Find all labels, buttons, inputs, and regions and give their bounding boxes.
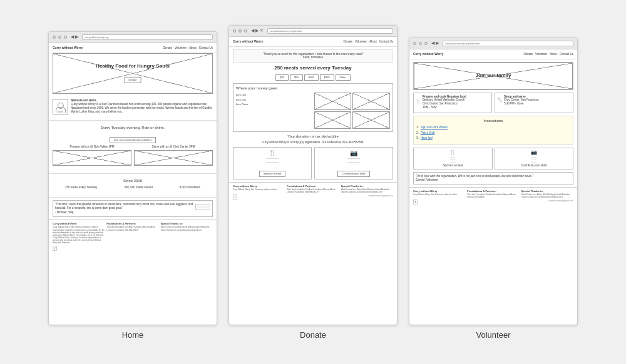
where-item-1: Item One <box>236 93 312 97</box>
home-prepare-text: Prepare with us @ Now Valley 1PM <box>53 145 131 149</box>
volunteer-footer-social: f <box>413 200 418 205</box>
home-stat-1: 300, 000 meals served <box>124 186 153 190</box>
donate-nav-volunteer[interactable]: Volunteer <box>355 40 367 43</box>
donate-amount-250[interactable]: $250 <box>320 74 334 81</box>
donate-where-img-1 <box>314 93 352 110</box>
donate-nav-donate[interactable]: Donate <box>343 40 352 43</box>
home-nav-about[interactable]: About <box>189 46 197 49</box>
home-nav: Curry without Worry Donate Volunteer Abo… <box>49 43 217 53</box>
home-footer-grid: Curry without Worry Curry Without Worry:… <box>53 222 213 244</box>
donate-amount-other[interactable]: Other <box>336 74 351 81</box>
donate-footer-col1-text: Curry Without Worry: San Francisco makes… <box>233 188 285 191</box>
donate-footer-bottom: f currywithoutworry@gmail.com <box>233 195 393 200</box>
volunteer-url-bar[interactable]: currywithoutworry.org/volunteer <box>443 41 573 46</box>
donate-footer-col2: Foundations & Partners: The Libra Founda… <box>287 185 339 193</box>
volunteer-skill-lines: ──────────── <box>496 156 572 163</box>
donate-where-title: Where your money goes: <box>236 86 390 91</box>
home-stats-title: Since 2006 <box>53 179 213 184</box>
donate-sponsor-meal: 🍴 ──────── ──────── Sponsor a meal <box>233 147 312 179</box>
volunteer-step-2-link[interactable]: Have fun! <box>421 136 433 139</box>
home-hero-overlay: Healthy Food for Hungry Souls Donate <box>69 63 197 83</box>
volunteer-fork-icon-0: 🍴 <box>416 99 421 104</box>
volunteer-footer: Curry without Worry Curry Without Worry:… <box>409 187 577 206</box>
donate-sponsor-grid: 🍴 ──────── ──────── Sponsor a meal 📷 ───… <box>233 147 393 179</box>
home-nav-donate[interactable]: Donate <box>163 46 172 49</box>
home-nav-volunteer[interactable]: Volunteer <box>175 46 187 49</box>
donate-amount-25[interactable]: $25 <box>275 74 289 81</box>
volunteer-nav-donate[interactable]: Donate <box>523 53 533 56</box>
volunteer-activity-0-header: 🍴 Prepare and cook Nepalese food Bethany… <box>416 95 490 109</box>
volunteer-browser-chrome: ◀ ▶ currywithoutworry.org/volunteer <box>409 38 577 49</box>
home-avatar: Donors <box>53 99 68 114</box>
home-stat-2-value: 8,000 volunteers <box>180 186 200 190</box>
donate-where-images <box>314 93 391 129</box>
browser-dot-1 <box>53 36 56 39</box>
home-tuesday-images: Prepare with us @ Now Valley 1PM Serve w… <box>53 145 213 166</box>
donate-sponsor-meal-btn[interactable]: Sponsor a meal <box>259 171 285 177</box>
donate-nav-contact[interactable]: Contact Us <box>379 40 393 43</box>
volunteer-skill-icon: 📷 <box>496 149 572 155</box>
donate-footer-col3-title: Special Thanks to: <box>341 185 393 188</box>
home-testimonial: "The time I spent the plateful consisted… <box>53 200 213 218</box>
donate-nav-links: Donate Volunteer About Contact Us <box>343 40 393 43</box>
volunteer-footer-email: currywithoutworry@gmail.com <box>548 200 573 205</box>
volunteer-step-1-link[interactable]: Pick a Shift <box>421 131 435 134</box>
home-serve-text: Serve with us @ Civic Center 5PM <box>134 145 213 149</box>
volunteer-nav-about[interactable]: About <box>550 53 557 56</box>
home-donate-button[interactable]: Donate <box>125 77 141 83</box>
home-divider-1 <box>49 120 217 121</box>
volunteer-step-1: 2. Pick a Shift <box>416 131 570 135</box>
donate-tax-text: Curry without Worry is a 501(c)(3) organ… <box>233 141 393 144</box>
donate-tax-section: Your donation is tax deductible Curry wi… <box>233 134 393 144</box>
donate-nav: Curry without Worry Donate Volunteer Abo… <box>229 37 397 47</box>
volunteer-step-0-link[interactable]: Sign and Print Waiver <box>421 126 448 129</box>
volunteer-meal-lines: ──────────── <box>415 156 491 163</box>
donate-amount-100[interactable]: $100 <box>304 74 319 81</box>
home-stats-grid: 250 meals every Tuesday 300, 000 meals s… <box>53 186 213 190</box>
donate-nav-about[interactable]: About <box>369 40 377 43</box>
volunteer-footer-col3: Special Thanks to: World Centre for a Be… <box>521 190 573 198</box>
volunteer-step-0-num: 1. <box>416 126 419 129</box>
volunteer-nav: Curry without Worry Donate Volunteer Abo… <box>409 49 577 59</box>
home-footer-bottom: f <box>53 246 213 251</box>
home-stat-0: 250 meals every Tuesday <box>65 186 97 190</box>
donate-url-bar[interactable]: currywithoutworry.org/donate <box>267 28 393 34</box>
home-url-bar[interactable]: currywithoutworry.org <box>82 34 213 40</box>
volunteer-step-2-num: 3. <box>416 136 419 140</box>
home-serve-image <box>134 150 213 166</box>
home-join-button[interactable]: Join our community and volunteer <box>110 137 156 143</box>
home-nav-links: Donate Volunteer About Contact Us <box>163 46 213 49</box>
home-about-body: Curry without Worry is a San Francisco b… <box>71 103 213 114</box>
home-testimonial-attribution: - Michael, Yelp <box>55 211 193 215</box>
donate-meals-count-wrapper: 250 meals served every Tuesday <box>233 65 393 71</box>
home-footer-col1-title: Curry without Worry <box>53 222 105 225</box>
donate-dot-2 <box>239 29 242 33</box>
volunteer-sponsor-meal: 🍴 ──────────── Sponsor a meal <box>413 148 493 169</box>
home-serve-col: Serve with us @ Civic Center 5PM <box>134 145 213 166</box>
home-testimonial-content: "The time I spent the plateful consisted… <box>55 203 193 215</box>
volunteer-nav-contact[interactable]: Contact Us <box>560 53 573 56</box>
volunteer-activity-0: 🍴 Prepare and cook Nepalese food Bethany… <box>413 93 492 113</box>
donate-sponsor-skill-btn[interactable]: Contribute your skills <box>337 171 369 177</box>
donate-where-list: Item One Item Two Item Three <box>236 93 312 106</box>
volunteer-footer-grid: Curry without Worry Curry Without Worry:… <box>413 190 573 198</box>
donate-amount-btns: $25 $50 $100 $250 Other <box>229 74 397 81</box>
home-nav-contact[interactable]: Contact Us <box>199 46 213 49</box>
volunteer-arrows: ◀ ▶ <box>431 41 439 46</box>
donate-meal-icon: 🍴 <box>235 149 309 156</box>
volunteer-dot-2 <box>419 42 422 45</box>
volunteer-skill-label: Contribute your skills <box>496 164 572 168</box>
donate-logo: Curry without Worry <box>233 39 263 43</box>
donate-amount-50[interactable]: $50 <box>290 74 303 81</box>
volunteer-join-section: Join our family <box>413 62 573 90</box>
home-stat-0-value: 250 meals every Tuesday <box>65 186 97 190</box>
home-footer-social: f <box>53 246 57 251</box>
donate-footer-grid: Curry without Worry Curry Without Worry:… <box>233 185 393 193</box>
volunteer-nav-volunteer[interactable]: Volunteer <box>535 53 547 56</box>
home-footer-col2: Foundations & Partners: The Libra Founda… <box>106 222 158 244</box>
volunteer-footer-col2-title: Foundations & Partners: <box>467 190 519 193</box>
home-page-column: ◀ ▶ currywithoutworry.org Curry without … <box>48 31 217 340</box>
donate-footer-social: f <box>233 195 237 200</box>
volunteer-logo: Curry without Worry <box>413 52 443 56</box>
volunteer-dot-1 <box>413 42 416 45</box>
